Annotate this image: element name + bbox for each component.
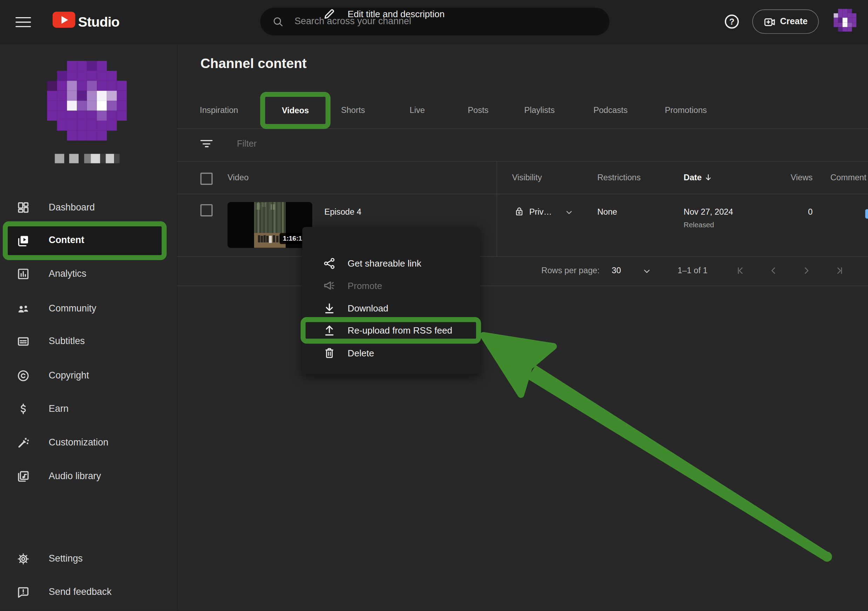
annotation-box-content: Content (3, 221, 167, 260)
sidebar-item-subtitles[interactable]: Subtitles (0, 328, 177, 355)
sidebar-item-label: Send feedback (49, 586, 112, 598)
account-avatar[interactable] (834, 9, 856, 32)
sidebar-item-label: Customization (49, 437, 108, 448)
filter-input[interactable] (236, 138, 404, 149)
column-header-restrictions[interactable]: Restrictions (597, 173, 641, 182)
tab-live[interactable]: Live (410, 105, 425, 115)
sidebar-item-label: Dashboard (49, 202, 95, 213)
rows-per-page-value[interactable]: 30 (612, 266, 621, 275)
date-value: Nov 27, 2024 (684, 207, 733, 217)
dashboard-icon (17, 201, 30, 214)
sort-descending-icon[interactable] (704, 173, 713, 182)
trash-icon (323, 346, 336, 359)
pagination-range: 1–1 of 1 (677, 266, 708, 275)
create-button[interactable]: Create (752, 9, 818, 34)
content-icon (17, 234, 30, 247)
megaphone-icon (323, 279, 336, 292)
tab-promotions[interactable]: Promotions (665, 105, 707, 115)
svg-text:?: ? (729, 17, 734, 26)
sidebar-item-customization[interactable]: Customization (0, 429, 177, 456)
sidebar-item-copyright[interactable]: Copyright (0, 362, 177, 389)
visibility-value[interactable]: Priv… (529, 207, 552, 217)
visibility-dropdown-chevron-icon[interactable] (564, 208, 573, 217)
sidebar-item-label: Subtitles (49, 336, 85, 347)
sidebar-item-community[interactable]: Community (0, 296, 177, 322)
rows-per-page-label: Rows per page: (541, 266, 600, 275)
community-icon (17, 302, 30, 315)
sidebar-item-dashboard[interactable]: Dashboard (0, 194, 177, 221)
menu-item-promote: Promote (302, 275, 480, 297)
sidebar-item-content[interactable]: Content (49, 235, 84, 246)
sidebar-item-settings[interactable]: Settings (0, 546, 177, 572)
sidebar-item-label: Audio library (49, 471, 101, 482)
copyright-icon (17, 369, 30, 382)
sidebar-item-label: Settings (49, 554, 83, 565)
comments-value-clipped (865, 209, 868, 218)
next-page-icon[interactable] (802, 266, 812, 275)
tab-videos[interactable]: Videos (265, 97, 326, 124)
sidebar-item-audio-library[interactable]: Audio library (0, 463, 177, 490)
rows-per-page-chevron-icon[interactable] (642, 266, 651, 276)
select-all-checkbox[interactable] (200, 173, 212, 185)
column-header-video[interactable]: Video (227, 173, 248, 182)
create-button-label: Create (780, 17, 808, 26)
previous-page-icon[interactable] (768, 266, 778, 275)
column-header-comments[interactable]: Comment (831, 173, 866, 182)
column-header-visibility[interactable]: Visibility (512, 173, 542, 182)
sidebar-nav: Dashboard Analytics Community Subtitles … (0, 44, 178, 611)
sidebar-item-label: Earn (49, 403, 69, 415)
menu-item-reupload-rss[interactable]: Re-upload from RSS feed (302, 319, 480, 341)
sidebar-item-label: Copyright (49, 370, 89, 382)
subtitles-icon (17, 335, 30, 348)
hamburger-menu-icon[interactable] (16, 17, 31, 27)
video-title[interactable]: Episode 4 (324, 207, 361, 217)
studio-wordmark: Studio (78, 14, 119, 30)
annotation-box-videos: Videos (260, 92, 330, 129)
share-icon (323, 257, 336, 270)
tab-shorts[interactable]: Shorts (341, 105, 365, 115)
youtube-logo-icon[interactable] (53, 12, 76, 28)
customization-icon (17, 436, 30, 449)
lock-icon (514, 206, 525, 217)
menu-item-edit-title[interactable]: Edit title and description (302, 3, 480, 25)
date-status: Released (684, 221, 715, 229)
row-checkbox[interactable] (200, 204, 212, 217)
tab-inspiration[interactable]: Inspiration (200, 105, 238, 115)
sidebar-item-label: Analytics (49, 268, 86, 280)
sidebar-item-send-feedback[interactable]: Send feedback (0, 579, 177, 605)
last-page-icon[interactable] (835, 266, 845, 275)
video-context-menu: Edit title and description Get shareable… (302, 227, 480, 374)
views-value: 0 (808, 207, 812, 217)
pencil-icon (323, 7, 336, 21)
tab-posts[interactable]: Posts (468, 105, 488, 115)
create-video-icon (763, 15, 776, 28)
send-feedback-icon (17, 585, 30, 599)
column-header-views[interactable]: Views (790, 173, 812, 182)
column-header-date[interactable]: Date (684, 173, 702, 182)
audio-library-icon (17, 470, 30, 483)
menu-item-download[interactable]: Download (302, 297, 480, 319)
page-title: Channel content (200, 56, 307, 71)
menu-item-get-shareable-link[interactable]: Get shareable link (302, 252, 480, 274)
first-page-icon[interactable] (735, 266, 745, 275)
filter-icon[interactable] (200, 140, 212, 147)
analytics-icon (17, 267, 30, 281)
restrictions-value: None (597, 207, 617, 217)
earn-icon (17, 402, 30, 416)
sidebar-item-earn[interactable]: Earn (0, 396, 177, 422)
upload-icon (323, 324, 336, 337)
tab-podcasts[interactable]: Podcasts (593, 105, 627, 115)
menu-item-delete[interactable]: Delete (302, 342, 480, 364)
help-icon[interactable]: ? (724, 14, 739, 29)
settings-icon (17, 552, 30, 566)
channel-avatar[interactable] (47, 61, 127, 141)
tab-playlists[interactable]: Playlists (524, 105, 555, 115)
search-icon (272, 16, 284, 27)
youtube-studio-window: Studio ? Create (0, 0, 868, 611)
download-icon (323, 301, 336, 315)
sidebar-item-label: Community (49, 303, 96, 315)
